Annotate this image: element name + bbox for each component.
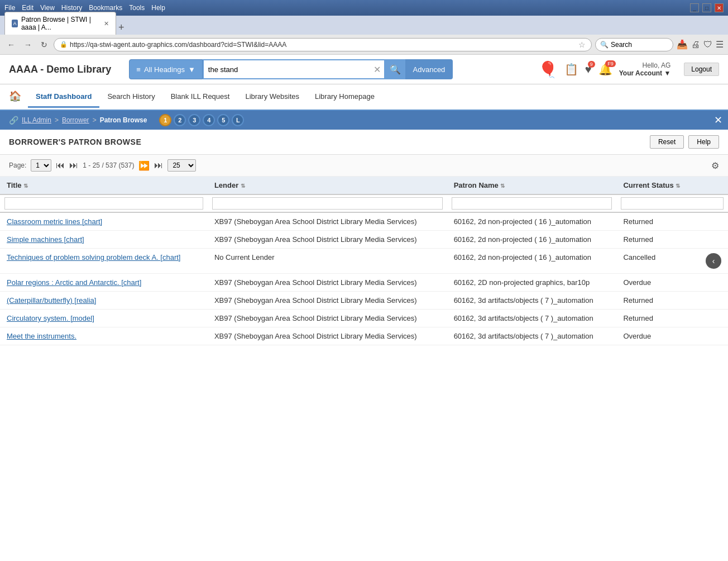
advanced-search-button[interactable]: Advanced (405, 59, 453, 79)
settings-gear-icon[interactable]: ⚙ (711, 160, 719, 171)
cell-title: Techniques of problem solving problem de… (0, 249, 208, 274)
menu-view[interactable]: View (40, 4, 55, 12)
cell-status: Returned (616, 212, 728, 231)
breadcrumb-close-button[interactable]: ✕ (714, 114, 722, 126)
nav-library-homepage[interactable]: Library Homepage (307, 87, 382, 108)
col-lender-sort-icon[interactable]: ⇅ (241, 183, 245, 189)
new-tab-button[interactable]: + (118, 22, 124, 35)
back-arrow-button[interactable]: ‹ (706, 253, 721, 269)
close-button[interactable]: ✕ (715, 3, 724, 12)
page-label: Page: (9, 161, 26, 169)
breadcrumb-borrower[interactable]: Borrower (62, 116, 89, 124)
nav-library-websites[interactable]: Library Websites (237, 87, 307, 108)
table-body: Classroom metric lines [chart] XB97 (She… (0, 212, 728, 345)
title-link[interactable]: Simple machines [chart] (7, 235, 84, 244)
nav-staff-dashboard[interactable]: Staff Dashboard (28, 87, 99, 108)
cell-patron: 60162, 2d non-projected ( 16 )_automatio… (447, 231, 617, 249)
prev-page-button[interactable]: ⏭ (69, 160, 78, 170)
menu-tools[interactable]: Tools (129, 4, 145, 12)
filter-lender-input[interactable] (212, 197, 443, 210)
maximize-button[interactable]: □ (702, 3, 711, 12)
title-link[interactable]: (Caterpillar/butterfly) [realia] (7, 296, 96, 305)
list-icon[interactable]: 📋 (564, 63, 578, 75)
wizard-step-4[interactable]: 4 (203, 114, 215, 126)
filter-status-cell (616, 194, 728, 212)
breadcrumb-ill-admin[interactable]: ILL Admin (22, 116, 51, 124)
browser-toolbar-icons: 📥 🖨 🛡 ☰ (677, 39, 724, 50)
lock-icon: 🔒 (60, 41, 68, 48)
title-link[interactable]: Circulatory system. [model] (7, 314, 94, 322)
filter-status-input[interactable] (621, 197, 724, 210)
filter-patron-cell (447, 194, 617, 212)
col-status-label: Current Status (623, 181, 673, 189)
cell-status: Overdue (616, 274, 728, 292)
col-patron-sort-icon[interactable]: ⇅ (500, 183, 505, 189)
breadcrumb-current: Patron Browse (100, 116, 147, 124)
logout-button[interactable]: Logout (684, 63, 719, 76)
back-nav-button[interactable]: ← (4, 39, 18, 50)
cell-lender: XB97 (Sheboygan Area School District Lib… (208, 310, 447, 327)
filter-patron-input[interactable] (452, 197, 612, 210)
browser-search-box[interactable]: 🔍 Search (595, 38, 673, 51)
wizard-step-1[interactable]: 1 (159, 114, 171, 126)
menu-icon[interactable]: ☰ (716, 39, 724, 50)
tab-close-button[interactable]: ✕ (104, 20, 109, 27)
cell-lender: XB97 (Sheboygan Area School District Lib… (208, 212, 447, 231)
menu-history[interactable]: History (61, 4, 82, 12)
per-page-select[interactable]: 25 50 100 (167, 159, 196, 172)
minimize-button[interactable]: _ (690, 3, 699, 12)
table-row: Simple machines [chart] XB97 (Sheboygan … (0, 231, 728, 249)
filter-title-cell (0, 194, 208, 212)
user-info: Hello, AG Your Account ▼ (619, 61, 671, 77)
filter-lender-cell (208, 194, 447, 212)
forward-nav-button[interactable]: → (21, 39, 35, 50)
reset-button[interactable]: Reset (650, 135, 684, 149)
breadcrumb-sep-1: > (55, 116, 59, 124)
menu-bookmarks[interactable]: Bookmarks (89, 4, 122, 12)
col-status-sort-icon[interactable]: ⇅ (676, 183, 680, 189)
next-page-button[interactable]: ⏩ (138, 160, 150, 171)
print-icon[interactable]: 🖨 (691, 40, 700, 50)
help-button[interactable]: Help (688, 135, 719, 149)
search-input[interactable] (204, 60, 370, 78)
cell-title: Simple machines [chart] (0, 231, 208, 249)
cell-patron: 60162, 3d artifacts/objects ( 7 )_automa… (447, 327, 617, 345)
title-link[interactable]: Polar regions : Arctic and Antarctic. [c… (7, 278, 141, 287)
app-header: AAAA - Demo Library ≡ All Headings ▼ ✕ 🔍… (0, 55, 728, 84)
wizard-step-2[interactable]: 2 (174, 114, 186, 126)
wizard-step-L[interactable]: L (232, 114, 244, 126)
nav-blank-ill-request[interactable]: Blank ILL Request (163, 87, 238, 108)
extension-icon[interactable]: 🛡 (703, 40, 712, 50)
menu-edit[interactable]: Edit (22, 4, 33, 12)
active-tab[interactable]: A Patron Browse | STWI | aaaa | A... ✕ (4, 12, 116, 35)
title-link[interactable]: Techniques of problem solving problem de… (7, 253, 180, 262)
address-bar[interactable]: 🔒 https://qa-stwi-agent.auto-graphics.co… (54, 38, 592, 51)
pocket-icon[interactable]: 📥 (677, 39, 688, 50)
col-lender: Lender ⇅ (208, 177, 447, 194)
wizard-step-5[interactable]: 5 (217, 114, 229, 126)
page-select[interactable]: 1 (31, 159, 51, 172)
user-account-button[interactable]: Your Account ▼ (619, 69, 671, 77)
wizard-step-3[interactable]: 3 (188, 114, 200, 126)
menu-file[interactable]: File (4, 4, 15, 12)
home-nav-button[interactable]: 🏠 (9, 84, 28, 110)
col-title-sort-icon[interactable]: ⇅ (23, 183, 28, 189)
filter-title-input[interactable] (4, 197, 203, 210)
cell-title: (Caterpillar/butterfly) [realia] (0, 292, 208, 310)
nav-search-history[interactable]: Search History (99, 87, 162, 108)
search-type-dropdown[interactable]: ≡ All Headings ▼ (129, 59, 202, 79)
cell-title: Polar regions : Arctic and Antarctic. [c… (0, 274, 208, 292)
tab-favicon: A (12, 20, 18, 27)
list-icon-wrapper: 📋 (564, 63, 578, 76)
search-go-button[interactable]: 🔍 (385, 59, 405, 79)
first-page-button[interactable]: ⏮ (56, 160, 65, 170)
bookmark-star-icon[interactable]: ☆ (578, 40, 586, 49)
reload-button[interactable]: ↻ (38, 39, 50, 50)
last-page-button[interactable]: ⏭ (154, 160, 163, 170)
cell-lender: XB97 (Sheboygan Area School District Lib… (208, 231, 447, 249)
col-patron-label: Patron Name (454, 181, 499, 189)
title-link[interactable]: Classroom metric lines [chart] (7, 217, 102, 226)
menu-help[interactable]: Help (151, 4, 165, 12)
title-link[interactable]: Meet the instruments. (7, 332, 76, 340)
search-clear-button[interactable]: ✕ (370, 64, 384, 75)
